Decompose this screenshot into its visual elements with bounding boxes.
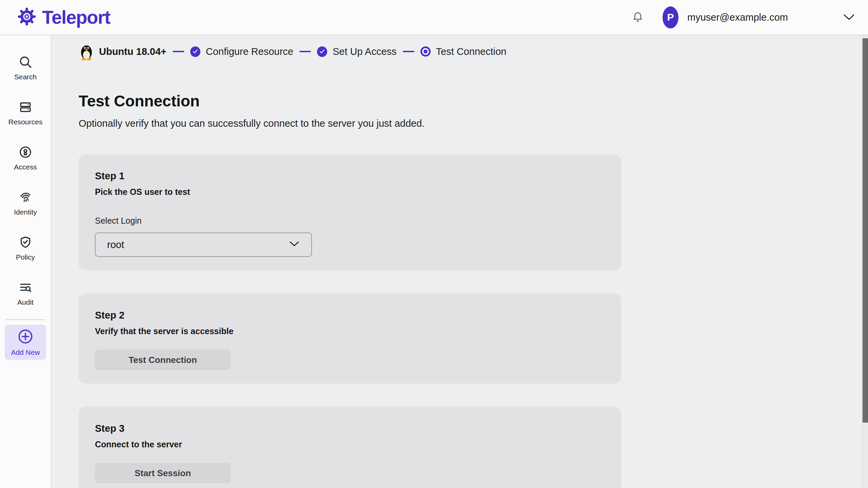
sidebar-item-label: Resources <box>8 118 42 126</box>
login-select[interactable]: root <box>95 232 312 257</box>
active-step-bullet-icon <box>420 46 431 57</box>
scrollbar-thumb[interactable] <box>863 38 868 423</box>
sidebar-item-resources[interactable]: Resources <box>0 90 51 136</box>
sidebar-nav: Search Resources Access <box>0 35 52 488</box>
list-search-icon <box>18 280 33 294</box>
teleport-logo[interactable]: Teleport <box>17 6 110 28</box>
step-1-card: Step 1 Pick the OS user to test Select L… <box>79 154 621 270</box>
keyhole-circle-icon <box>18 145 33 159</box>
step-2-card: Step 2 Verify that the server is accessi… <box>79 293 621 384</box>
chevron-down-icon[interactable] <box>843 14 855 21</box>
sidebar-item-access[interactable]: Access <box>0 136 51 181</box>
sidebar-item-audit[interactable]: Audit <box>0 271 51 316</box>
check-circle-icon <box>190 46 200 57</box>
step-title: Step 3 <box>95 423 605 434</box>
topbar: Teleport P myuser@example.com <box>0 0 868 35</box>
linux-penguin-icon <box>79 42 94 61</box>
step-title: Step 2 <box>95 310 605 321</box>
start-session-button[interactable]: Start Session <box>95 463 231 483</box>
search-icon <box>18 55 33 69</box>
sidebar-item-policy[interactable]: Policy <box>0 226 51 271</box>
sidebar-item-add-new[interactable]: Add New <box>5 325 46 360</box>
wizard-step-test-connection: Test Connection <box>420 46 507 57</box>
user-avatar[interactable]: P <box>663 6 678 28</box>
wizard-step-label: Configure Resource <box>206 46 293 57</box>
step-description: Connect to the server <box>95 440 605 449</box>
shield-check-icon <box>18 235 33 249</box>
wizard-connector <box>173 51 184 52</box>
wizard-resource-label: Ubuntu 18.04+ <box>99 46 166 57</box>
fingerprint-icon <box>18 190 33 204</box>
sidebar-divider <box>6 319 45 320</box>
sidebar-item-search[interactable]: Search <box>0 45 51 90</box>
wizard-step-label: Test Connection <box>436 46 507 57</box>
select-login-label: Select Login <box>95 216 605 226</box>
step-3-card: Step 3 Connect to the server Start Sessi… <box>79 407 621 488</box>
sidebar-item-label: Policy <box>16 253 35 261</box>
user-menu[interactable]: P myuser@example.com <box>663 6 855 28</box>
step-title: Step 1 <box>95 170 605 182</box>
step-cards: Step 1 Pick the OS user to test Select L… <box>79 154 868 488</box>
sidebar-item-label: Identity <box>14 208 37 216</box>
wizard-breadcrumb: Ubuntu 18.04+ Configure Resource Set Up … <box>79 43 868 60</box>
scrollbar-track[interactable] <box>862 35 868 488</box>
test-connection-button[interactable]: Test Connection <box>95 350 231 370</box>
wizard-connector <box>403 51 414 52</box>
page-title: Test Connection <box>79 93 868 109</box>
chevron-down-icon <box>289 241 300 249</box>
sidebar-item-label: Audit <box>17 298 34 306</box>
step-description: Verify that the server is accessible <box>95 326 605 336</box>
user-email: myuser@example.com <box>687 12 788 23</box>
sidebar-item-label: Search <box>14 73 37 81</box>
wizard-step-set-up-access: Set Up Access <box>317 46 397 57</box>
sidebar-item-label: Access <box>14 163 37 171</box>
brand-wordmark: Teleport <box>42 6 110 28</box>
topbar-right: P myuser@example.com <box>632 6 855 28</box>
login-select-value: root <box>107 239 124 250</box>
wizard-step-configure-resource: Configure Resource <box>190 46 293 57</box>
wizard-connector <box>299 51 311 52</box>
sidebar-item-label: Add New <box>11 348 40 357</box>
page-subtitle: Optionally verify that you can successfu… <box>79 118 868 129</box>
gear-logo-icon <box>17 7 37 28</box>
step-description: Pick the OS user to test <box>95 187 605 197</box>
main-content: Ubuntu 18.04+ Configure Resource Set Up … <box>52 35 868 488</box>
check-circle-icon <box>317 46 327 57</box>
plus-circle-icon <box>17 328 34 346</box>
sidebar-item-identity[interactable]: Identity <box>0 181 51 226</box>
servers-icon <box>18 100 33 114</box>
notification-bell-icon[interactable] <box>632 11 644 24</box>
wizard-step-label: Set Up Access <box>333 46 397 57</box>
